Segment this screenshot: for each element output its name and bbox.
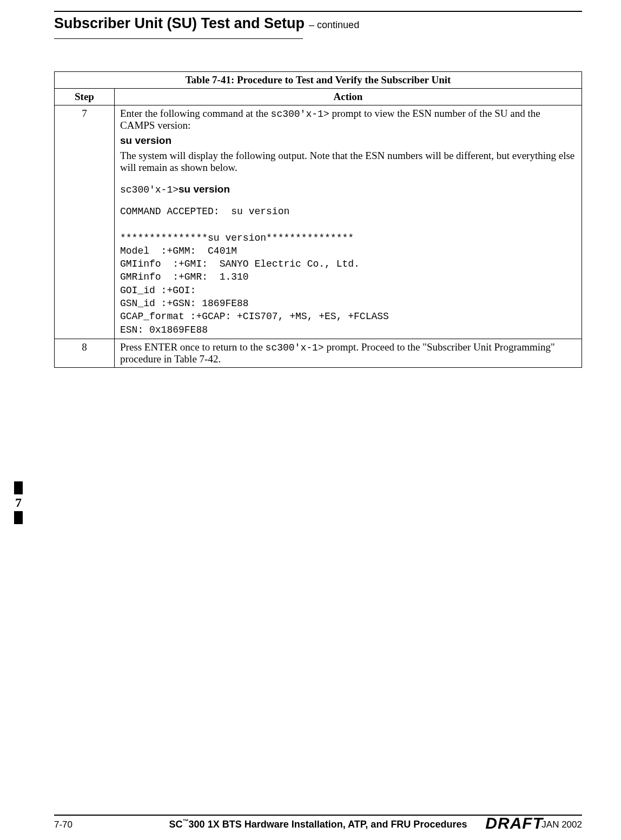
text: Press ENTER once to return to the — [120, 341, 266, 353]
step-number: 7 — [55, 105, 115, 339]
command-output: COMMAND ACCEPTED: su version ***********… — [120, 205, 576, 336]
col-header-step: Step — [55, 89, 115, 105]
prompt-cmd: su version — [179, 183, 230, 195]
prompt-code: sc300'x-1> — [120, 184, 179, 195]
side-tab: 7 — [13, 481, 29, 524]
table-caption-rest: Procedure to Test and Verify the Subscri… — [234, 74, 451, 85]
draft-watermark: DRAFT — [485, 814, 543, 832]
table-caption-label: Table 7-41: — [186, 74, 235, 85]
table-row: 7 Enter the following command at the sc3… — [55, 105, 582, 339]
table-caption: Table 7-41: Procedure to Test and Verify… — [55, 72, 582, 89]
prompt-line: sc300'x-1>su version — [120, 183, 576, 195]
side-tab-bar — [14, 511, 23, 524]
step-number: 8 — [55, 339, 115, 367]
side-tab-bar — [14, 481, 23, 494]
side-tab-number: 7 — [13, 495, 24, 510]
table-row: 8 Press ENTER once to return to the sc30… — [55, 339, 582, 367]
trademark-icon: ™ — [183, 818, 189, 824]
page-title-line: Subscriber Unit (SU) Test and Setup – co… — [54, 15, 582, 32]
text: 300 1X BTS Hardware Installation, ATP, a… — [189, 819, 467, 830]
action-cell: Enter the following command at the sc300… — [115, 105, 582, 339]
inline-code: sc300'x-1> — [266, 342, 324, 353]
page-title: Subscriber Unit (SU) Test and Setup — [54, 15, 305, 32]
footer-doc-title: SC™300 1X BTS Hardware Installation, ATP… — [108, 819, 528, 830]
note-text: The system will display the following ou… — [120, 150, 576, 174]
inline-code: sc300'x-1> — [271, 109, 329, 120]
intro-text: Enter the following command at the sc300… — [120, 108, 576, 131]
text: SC — [169, 819, 183, 830]
command-label: su version — [120, 135, 576, 147]
action-cell: Press ENTER once to return to the sc300'… — [115, 339, 582, 367]
text: Enter the following command at the — [120, 108, 271, 119]
col-header-action: Action — [115, 89, 582, 105]
page-footer: 7-70 SC™300 1X BTS Hardware Installation… — [54, 815, 582, 830]
procedure-table: Table 7-41: Procedure to Test and Verify… — [54, 71, 582, 368]
footer-page-number: 7-70 — [54, 819, 108, 830]
page-title-continued: – continued — [309, 19, 359, 31]
